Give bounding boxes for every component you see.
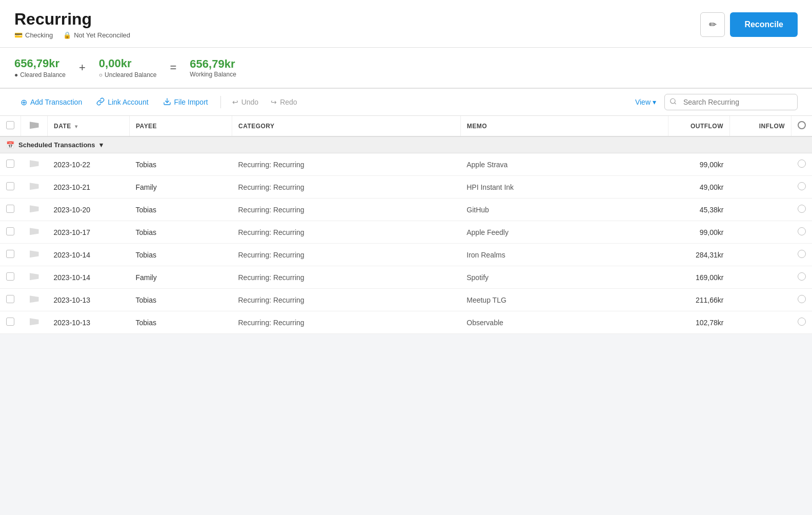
- table-row[interactable]: 2023-10-14 Family Recurring: Recurring S…: [0, 266, 812, 289]
- row-outflow: 169,00kr: [668, 266, 730, 289]
- edit-button[interactable]: ✏: [700, 12, 725, 37]
- cleared-balance: 656,79kr ● Cleared Balance: [14, 57, 66, 78]
- row-checkbox[interactable]: [6, 250, 14, 258]
- row-cleared[interactable]: [791, 244, 813, 266]
- row-checkbox-cell: [0, 244, 21, 266]
- uncleared-icon: ○: [99, 71, 103, 78]
- row-category: Recurring: Recurring: [232, 311, 461, 334]
- row-checkbox-cell: [0, 153, 21, 176]
- row-cleared[interactable]: [791, 289, 813, 311]
- row-cleared-icon[interactable]: [798, 272, 806, 281]
- row-outflow: 102,78kr: [668, 311, 730, 334]
- redo-button[interactable]: ↪ Redo: [266, 95, 302, 109]
- row-cleared-icon[interactable]: [798, 250, 806, 258]
- table-row[interactable]: 2023-10-13 Tobias Recurring: Recurring M…: [0, 289, 812, 311]
- th-outflow[interactable]: OUTFLOW: [668, 116, 730, 136]
- row-checkbox[interactable]: [6, 295, 14, 303]
- working-label: Working Balance: [190, 71, 236, 78]
- group-header-scheduled[interactable]: 📅 Scheduled Transactions ▾: [0, 136, 812, 153]
- link-account-button[interactable]: Link Account: [90, 94, 154, 110]
- row-outflow: 99,00kr: [668, 221, 730, 244]
- row-flag-icon: [30, 228, 39, 235]
- working-balance: 656,79kr Working Balance: [190, 57, 236, 78]
- uncleared-label: ○ Uncleared Balance: [99, 71, 157, 78]
- search-input[interactable]: [664, 94, 798, 110]
- view-button[interactable]: View ▾: [629, 95, 662, 109]
- search-icon: [669, 98, 677, 107]
- row-checkbox-cell: [0, 311, 21, 334]
- row-cleared-icon[interactable]: [798, 227, 806, 235]
- row-cleared[interactable]: [791, 311, 813, 334]
- page-title: Recurring: [14, 10, 130, 28]
- th-memo[interactable]: MEMO: [460, 116, 668, 136]
- table-header-row: DATE ▾ PAYEE CATEGORY MEMO OUTFLOW: [0, 116, 812, 136]
- table-row[interactable]: 2023-10-13 Tobias Recurring: Recurring O…: [0, 311, 812, 334]
- row-cleared[interactable]: [791, 176, 813, 199]
- row-checkbox[interactable]: [6, 182, 14, 190]
- row-payee: Tobias: [130, 289, 232, 311]
- row-cleared-icon[interactable]: [798, 205, 806, 213]
- row-cleared-icon[interactable]: [798, 160, 806, 168]
- row-inflow: [730, 244, 791, 266]
- account-label: Checking: [25, 31, 53, 39]
- header-left: Recurring 💳 Checking 🔒 Not Yet Reconcile…: [14, 10, 130, 39]
- th-payee[interactable]: PAYEE: [130, 116, 232, 136]
- lock-icon: 🔒: [63, 31, 71, 39]
- th-inflow[interactable]: INFLOW: [730, 116, 791, 136]
- row-memo: GitHub: [460, 199, 668, 221]
- add-transaction-label: Add Transaction: [30, 98, 82, 106]
- date-sort-icon: ▾: [75, 124, 77, 129]
- row-checkbox[interactable]: [6, 272, 14, 281]
- table-row[interactable]: 2023-10-22 Tobias Recurring: Recurring A…: [0, 153, 812, 176]
- outflow-column-label: OUTFLOW: [691, 123, 723, 130]
- row-cleared-icon[interactable]: [798, 182, 806, 190]
- row-cleared[interactable]: [791, 221, 813, 244]
- row-checkbox[interactable]: [6, 318, 14, 326]
- select-all-checkbox[interactable]: [6, 121, 14, 129]
- group-label: Scheduled Transactions: [18, 141, 95, 149]
- th-date[interactable]: DATE ▾: [48, 116, 130, 136]
- row-checkbox[interactable]: [6, 205, 14, 213]
- row-cleared[interactable]: [791, 199, 813, 221]
- row-category: Recurring: Recurring: [232, 289, 461, 311]
- row-outflow: 99,00kr: [668, 153, 730, 176]
- reconcile-button[interactable]: Reconcile: [730, 12, 798, 37]
- th-category[interactable]: CATEGORY: [232, 116, 461, 136]
- row-date: 2023-10-13: [48, 289, 130, 311]
- table-row[interactable]: 2023-10-14 Tobias Recurring: Recurring I…: [0, 244, 812, 266]
- row-category: Recurring: Recurring: [232, 176, 461, 199]
- th-select-all[interactable]: [0, 116, 21, 136]
- file-import-button[interactable]: File Import: [157, 94, 214, 110]
- row-date: 2023-10-22: [48, 153, 130, 176]
- add-transaction-button[interactable]: ⊕ Add Transaction: [14, 94, 88, 110]
- cleared-icon: ●: [14, 71, 18, 78]
- table-row[interactable]: 2023-10-17 Tobias Recurring: Recurring A…: [0, 221, 812, 244]
- row-checkbox[interactable]: [6, 160, 14, 168]
- row-memo: Meetup TLG: [460, 289, 668, 311]
- row-category: Recurring: Recurring: [232, 244, 461, 266]
- row-inflow: [730, 289, 791, 311]
- payee-column-label: PAYEE: [136, 123, 157, 130]
- row-cleared[interactable]: [791, 266, 813, 289]
- row-cleared[interactable]: [791, 153, 813, 176]
- row-memo: Spotify: [460, 266, 668, 289]
- row-date: 2023-10-17: [48, 221, 130, 244]
- row-outflow: 49,00kr: [668, 176, 730, 199]
- cleared-column-icon: [798, 121, 806, 129]
- reconcile-status-meta: 🔒 Not Yet Reconciled: [63, 31, 130, 39]
- header-right: ✏ Reconcile: [700, 12, 798, 37]
- row-flag-icon: [30, 250, 39, 258]
- table-row[interactable]: 2023-10-20 Tobias Recurring: Recurring G…: [0, 199, 812, 221]
- row-date: 2023-10-14: [48, 266, 130, 289]
- row-flag-icon: [30, 183, 39, 190]
- svg-line-2: [675, 103, 676, 104]
- row-cleared-icon[interactable]: [798, 318, 806, 326]
- row-memo: Observable: [460, 311, 668, 334]
- cleared-label: ● Cleared Balance: [14, 71, 66, 78]
- table-row[interactable]: 2023-10-21 Family Recurring: Recurring H…: [0, 176, 812, 199]
- row-payee: Tobias: [130, 311, 232, 334]
- memo-column-label: MEMO: [467, 123, 487, 130]
- row-checkbox[interactable]: [6, 227, 14, 235]
- undo-button[interactable]: ↩ Undo: [227, 95, 263, 109]
- row-cleared-icon[interactable]: [798, 295, 806, 303]
